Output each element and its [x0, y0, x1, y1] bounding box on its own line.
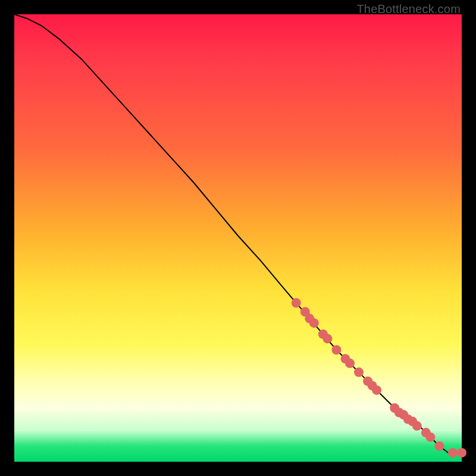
chart-svg	[14, 14, 462, 462]
data-point	[309, 318, 319, 328]
plot-area	[14, 14, 462, 462]
curve-line	[14, 14, 462, 453]
data-point	[292, 298, 301, 308]
data-point	[448, 448, 458, 458]
data-point	[457, 448, 466, 458]
data-point	[354, 368, 364, 377]
data-point	[412, 421, 422, 431]
watermark-text: TheBottleneck.com	[356, 2, 461, 16]
data-point	[322, 334, 332, 343]
data-point	[434, 441, 444, 451]
chart-frame: TheBottleneck.com	[0, 0, 476, 476]
data-point	[425, 433, 435, 442]
data-markers	[292, 298, 466, 458]
data-point	[345, 359, 355, 368]
data-point	[372, 386, 381, 395]
data-point	[331, 345, 341, 355]
